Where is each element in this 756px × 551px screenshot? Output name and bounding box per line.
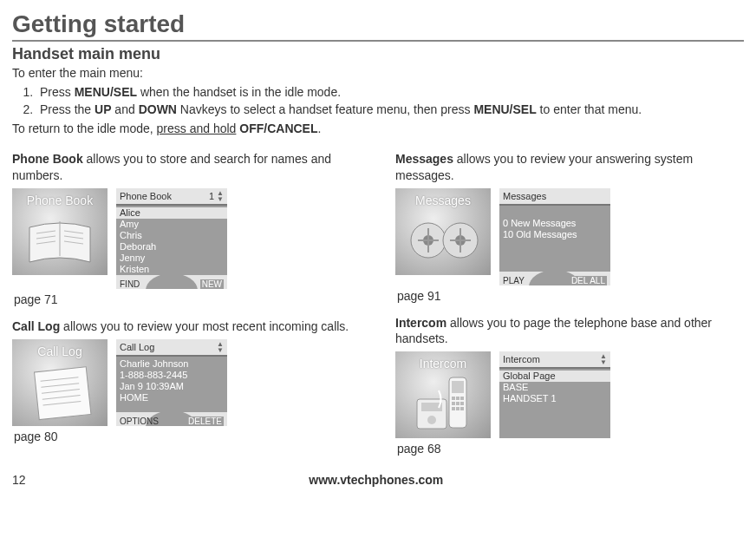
book-icon bbox=[12, 188, 108, 275]
intercom-screen: Intercom ▲▼ Global Page BASE HANDSET 1 bbox=[499, 351, 610, 438]
messages-desc: Messages allows you to review your answe… bbox=[395, 151, 744, 182]
footer-url: www.vtechphones.com bbox=[26, 473, 727, 487]
phonebook-entry: Amy bbox=[120, 219, 224, 230]
page-number: 12 bbox=[12, 473, 26, 487]
page-title: Getting started bbox=[12, 10, 744, 42]
messages-thumb: Messages bbox=[395, 188, 491, 275]
phonebook-screen: Phone Book 1 ▲▼ Alice Amy Chris Deborah … bbox=[116, 188, 227, 289]
calllog-line: 1-888-883-2445 bbox=[120, 370, 224, 381]
svg-rect-22 bbox=[452, 402, 455, 405]
phonebook-screen-title: Phone Book bbox=[120, 191, 172, 201]
nav-arrows-icon: ▲▼ bbox=[217, 190, 224, 202]
intro-step-2: Press the UP and DOWN Navkeys to select … bbox=[36, 102, 744, 119]
notepad-icon bbox=[12, 339, 108, 426]
phonebook-entry: Jenny bbox=[120, 253, 224, 264]
calllog-line: Charlie Johnson bbox=[120, 358, 224, 370]
svg-rect-25 bbox=[452, 407, 455, 410]
calllog-line: HOME bbox=[120, 392, 224, 403]
messages-page-ref: page 91 bbox=[397, 289, 744, 303]
softkey-delall: DEL ALL bbox=[570, 276, 607, 285]
calllog-desc: Call Log allows you to review your most … bbox=[12, 318, 361, 334]
softkey-play: PLAY bbox=[503, 276, 525, 285]
intercom-desc: Intercom allows you to page the telephon… bbox=[395, 315, 744, 346]
phonebook-thumb: Phone Book bbox=[12, 188, 108, 275]
softkey-new: NEW bbox=[200, 279, 224, 289]
phonebook-entry: Alice bbox=[116, 207, 227, 219]
calllog-screen-title: Call Log bbox=[120, 342, 154, 352]
phonebook-desc: Phone Book allows you to store and searc… bbox=[12, 151, 361, 182]
messages-screen-title: Messages bbox=[503, 191, 546, 201]
intro-line: To enter the main menu: bbox=[12, 65, 744, 82]
calllog-screen: Call Log ▲▼ Charlie Johnson 1-888-883-24… bbox=[116, 339, 227, 426]
svg-rect-20 bbox=[456, 397, 459, 400]
phone-base-icon bbox=[395, 351, 491, 438]
softkey-options: OPTIONS bbox=[120, 417, 159, 426]
phonebook-badge: 1 bbox=[209, 191, 214, 201]
softkey-delete: DELETE bbox=[186, 417, 224, 426]
messages-line: 10 Old Messages bbox=[503, 229, 607, 240]
svg-point-16 bbox=[427, 416, 436, 424]
svg-rect-19 bbox=[452, 397, 455, 400]
svg-rect-24 bbox=[460, 402, 464, 405]
intro-step-1: Press MENU/SEL when the handset is in th… bbox=[36, 84, 744, 102]
messages-screen: Messages 0 New Messages 10 Old Messages … bbox=[499, 188, 610, 285]
intro-block: To enter the main menu: Press MENU/SEL w… bbox=[12, 65, 744, 137]
section-subtitle: Handset main menu bbox=[12, 45, 744, 63]
nav-arrows-icon: ▲▼ bbox=[217, 341, 224, 353]
nav-arrows-icon: ▲▼ bbox=[600, 353, 607, 365]
phonebook-entry: Kristen bbox=[120, 264, 224, 275]
phonebook-entry: Chris bbox=[120, 230, 224, 241]
intercom-thumb: Intercom bbox=[395, 351, 491, 438]
intercom-screen-title: Intercom bbox=[503, 354, 540, 364]
intercom-line: HANDSET 1 bbox=[503, 393, 607, 404]
calllog-thumb: Call Log bbox=[12, 339, 108, 426]
intercom-highlight: Global Page bbox=[499, 371, 610, 382]
calllog-page-ref: page 80 bbox=[14, 430, 361, 443]
phonebook-entry: Deborah bbox=[120, 241, 224, 253]
svg-rect-18 bbox=[452, 381, 464, 393]
intercom-page-ref: page 68 bbox=[397, 442, 744, 456]
svg-rect-23 bbox=[456, 402, 459, 405]
intercom-line: BASE bbox=[503, 382, 607, 393]
svg-rect-26 bbox=[456, 407, 459, 410]
phonebook-page-ref: page 71 bbox=[14, 292, 361, 306]
softkey-find: FIND bbox=[120, 279, 140, 289]
tape-reel-icon bbox=[395, 188, 491, 275]
intro-return: To return to the idle mode, press and ho… bbox=[12, 121, 744, 138]
calllog-line: Jan 9 10:39AM bbox=[120, 381, 224, 392]
messages-line: 0 New Messages bbox=[503, 218, 607, 229]
svg-rect-27 bbox=[460, 407, 464, 410]
intro-steps: Press MENU/SEL when the handset is in th… bbox=[12, 84, 744, 119]
svg-rect-21 bbox=[460, 397, 464, 400]
